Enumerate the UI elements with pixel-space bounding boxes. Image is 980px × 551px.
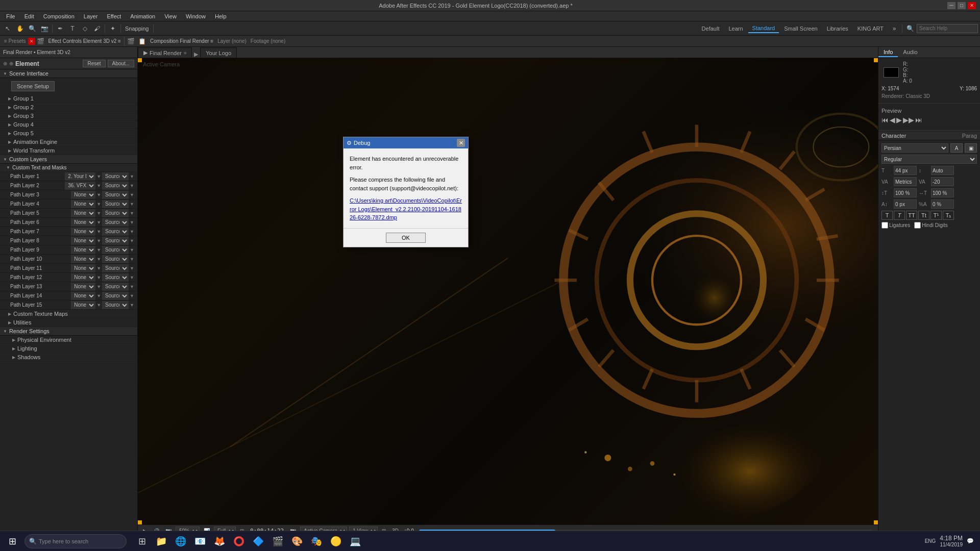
pl-src-5[interactable]: Source bbox=[102, 209, 129, 217]
workspace-libraries[interactable]: Libraries bbox=[823, 24, 852, 33]
custom-texture-maps[interactable]: ▶ Custom Texture Maps bbox=[0, 310, 137, 318]
taskbar-app-5[interactable]: 🦊 bbox=[210, 532, 229, 550]
menu-composition[interactable]: Composition bbox=[39, 12, 79, 20]
shape-tool[interactable]: ◇ bbox=[79, 23, 90, 34]
menu-effect[interactable]: Effect bbox=[103, 12, 125, 20]
pl-val-10[interactable]: None bbox=[71, 255, 95, 263]
custom-layers-section[interactable]: ▼ Custom Layers bbox=[0, 155, 137, 164]
audio-tab[interactable]: Audio bbox=[898, 48, 922, 57]
group-4[interactable]: ▶ Group 4 bbox=[0, 120, 137, 129]
menu-layer[interactable]: Layer bbox=[80, 12, 102, 20]
menu-animation[interactable]: Animation bbox=[126, 12, 159, 20]
brush-tool[interactable]: 🖌 bbox=[91, 23, 103, 34]
pl-src-4[interactable]: Source bbox=[102, 200, 129, 208]
pl-src-15[interactable]: Source bbox=[102, 301, 129, 309]
comp-btn2[interactable]: 📋 bbox=[137, 36, 148, 47]
preview-prev[interactable]: ◀ bbox=[890, 116, 895, 124]
pl-src-12[interactable]: Source bbox=[102, 273, 129, 282]
group-5[interactable]: ▶ Group 5 bbox=[0, 129, 137, 138]
render-settings[interactable]: ▼ Render Settings bbox=[0, 327, 137, 336]
leading-input[interactable] bbox=[931, 166, 954, 175]
notification-btn[interactable]: 💬 bbox=[967, 538, 974, 544]
physical-environment[interactable]: ▶ Physical Environment bbox=[0, 336, 137, 344]
italic-btn[interactable]: T bbox=[894, 211, 905, 220]
pl-src-11[interactable]: Source bbox=[102, 264, 129, 272]
custom-text-masks[interactable]: ▼ Custom Text and Masks bbox=[0, 164, 137, 172]
pl-val-12[interactable]: None bbox=[71, 273, 95, 282]
puppet-tool[interactable]: ✦ bbox=[107, 23, 118, 34]
tsume-input[interactable] bbox=[931, 199, 954, 209]
pl-val-5[interactable]: None bbox=[71, 209, 95, 217]
taskbar-app-ae[interactable]: 🎬 bbox=[268, 532, 287, 550]
pl-src-8[interactable]: Source bbox=[102, 237, 129, 245]
pl-src-3[interactable]: Source bbox=[102, 191, 129, 199]
hand-tool[interactable]: ✋ bbox=[14, 23, 26, 34]
taskbar-app-10[interactable]: 🟡 bbox=[327, 532, 345, 550]
sub-btn[interactable]: T₁ bbox=[943, 211, 954, 220]
workspace-learn[interactable]: Learn bbox=[724, 24, 747, 33]
font-dropdown[interactable]: Persian bbox=[881, 143, 948, 153]
text-tool[interactable]: T bbox=[67, 23, 78, 34]
menu-file[interactable]: File bbox=[2, 12, 19, 20]
workspace-default[interactable]: Default bbox=[698, 24, 724, 33]
pl-val-7[interactable]: None bbox=[71, 228, 95, 236]
pen-tool[interactable]: ✒ bbox=[55, 23, 66, 34]
color-swatch[interactable] bbox=[884, 67, 899, 78]
close-btn[interactable]: ✕ bbox=[968, 2, 976, 9]
camera-tool[interactable]: 📷 bbox=[39, 23, 50, 34]
pl-val-4[interactable]: None bbox=[71, 200, 95, 208]
shadows[interactable]: ▶ Shadows bbox=[0, 353, 137, 362]
small-caps-btn[interactable]: Tt bbox=[918, 211, 929, 220]
group-3[interactable]: ▶ Group 3 bbox=[0, 112, 137, 120]
pl-src-1[interactable]: Source bbox=[102, 172, 129, 181]
taskbar-app-8[interactable]: 🎨 bbox=[288, 532, 306, 550]
comp-tab-yourlogo[interactable]: Your Logo bbox=[200, 47, 237, 58]
comp-viewer-btn[interactable]: 🎬 bbox=[126, 36, 137, 47]
group-2[interactable]: ▶ Group 2 bbox=[0, 103, 137, 112]
pl-val-8[interactable]: None bbox=[71, 237, 95, 245]
pl-src-9[interactable]: Source bbox=[102, 246, 129, 254]
info-tab[interactable]: Info bbox=[878, 48, 898, 57]
preview-first[interactable]: ⏮ bbox=[881, 116, 889, 124]
workspace-small[interactable]: Small Screen bbox=[780, 24, 821, 33]
workspace-more[interactable]: » bbox=[889, 23, 900, 34]
pl-val-13[interactable]: None bbox=[71, 283, 95, 291]
taskbar-app-9[interactable]: 🎭 bbox=[307, 532, 326, 550]
pl-src-6[interactable]: Source bbox=[102, 218, 129, 227]
pl-src-14[interactable]: Source bbox=[102, 292, 129, 300]
kerning-input[interactable] bbox=[894, 177, 917, 186]
taskbar-app-6[interactable]: ⭕ bbox=[230, 532, 248, 550]
pl-val-9[interactable]: None bbox=[71, 246, 95, 254]
tracking-input[interactable] bbox=[931, 177, 954, 186]
font-color-btn[interactable]: A bbox=[950, 143, 963, 153]
comp-tab-finalrender[interactable]: ▶ Final Render ≡ bbox=[138, 47, 192, 58]
search-btn[interactable]: 🔍 bbox=[904, 23, 916, 34]
font-size-input[interactable] bbox=[894, 166, 917, 175]
maximize-btn[interactable]: □ bbox=[958, 2, 966, 9]
preview-last[interactable]: ⏭ bbox=[915, 116, 922, 124]
workspace-standard[interactable]: Standard bbox=[748, 24, 779, 33]
reset-btn[interactable]: Reset bbox=[83, 60, 105, 67]
hscale-input[interactable] bbox=[931, 188, 954, 197]
paragraph-tab-label[interactable]: Parag bbox=[962, 133, 977, 139]
taskbar-app-4[interactable]: 📧 bbox=[191, 532, 209, 550]
start-btn[interactable]: ⊞ bbox=[2, 532, 22, 550]
pl-val-15[interactable]: None bbox=[71, 301, 95, 309]
ligatures-cb[interactable] bbox=[881, 222, 888, 229]
preview-play[interactable]: ▶ bbox=[896, 116, 902, 124]
super-btn[interactable]: T¹ bbox=[930, 211, 942, 220]
pl-val-11[interactable]: None bbox=[71, 264, 95, 272]
world-transform[interactable]: ▶ World Transform bbox=[0, 146, 137, 155]
scene-interface-section[interactable]: ▼ Scene Interface bbox=[0, 69, 137, 78]
pl-val-3[interactable]: None bbox=[71, 191, 95, 199]
pl-val-6[interactable]: None bbox=[71, 218, 95, 227]
font-stroke-btn[interactable]: ▣ bbox=[965, 143, 977, 153]
menu-window[interactable]: Window bbox=[182, 12, 210, 20]
animation-engine[interactable]: ▶ Animation Engine bbox=[0, 138, 137, 146]
taskbar-app-1[interactable]: ⊞ bbox=[133, 532, 151, 550]
vscale-input[interactable] bbox=[894, 188, 917, 197]
dialog-close-btn[interactable]: ✕ bbox=[457, 139, 465, 147]
menu-help[interactable]: Help bbox=[211, 12, 231, 20]
zoom-tool[interactable]: 🔍 bbox=[27, 23, 38, 34]
taskbar-app-7[interactable]: 🔷 bbox=[249, 532, 267, 550]
